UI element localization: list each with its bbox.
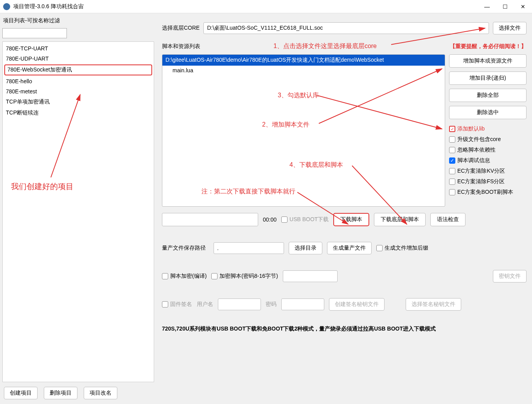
project-item[interactable]: 780E-hello — [3, 76, 154, 86]
usb-boot-label: USB BOOT下载 — [289, 216, 329, 223]
project-item[interactable]: 780E-metest — [3, 86, 154, 97]
project-item[interactable]: 780E-TCP-UART — [3, 43, 154, 54]
tree-root-path[interactable]: D:\gitee\LuatOS-Air780E\demo\Air780E的Lua… — [162, 55, 445, 66]
window-title: 项目管理-3.0.6 降功耗找合宙 — [13, 3, 478, 10]
minimize-button[interactable]: — — [478, 0, 496, 13]
mass-path-input[interactable] — [214, 242, 284, 254]
annotation-note2: 注：第二次下载直接下载脚本就行 — [201, 188, 295, 196]
sidebar-bottom-buttons: 创建项目 删除项目 项目改名 — [2, 382, 154, 400]
choose-sign-key-button[interactable]: 选择签名秘钥文件 — [406, 298, 461, 311]
annotation-3: 3、勾选默认库 — [278, 91, 319, 100]
delete-selected-button[interactable]: 删除选中 — [449, 106, 527, 119]
delete-project-button[interactable]: 删除项目 — [44, 387, 77, 399]
encrypt-pwd-checkbox[interactable] — [211, 273, 217, 279]
upgrade-core-checkbox[interactable] — [449, 136, 455, 143]
add-default-lib-checkbox[interactable] — [449, 126, 455, 132]
side-button-column: 增加脚本或资源文件 增加目录(递归) 删除全部 删除选中 添加默认lib 升级文… — [449, 54, 527, 207]
password-input[interactable] — [281, 299, 324, 310]
core-path-input[interactable] — [203, 22, 489, 34]
ignore-dep-checkbox[interactable] — [449, 147, 455, 153]
create-sign-key-button[interactable]: 创建签名秘钥文件 — [329, 298, 385, 311]
add-dir-button[interactable]: 增加目录(递归) — [449, 72, 527, 85]
important-reminder: 【重要提醒，务必仔细阅读！】 — [450, 43, 527, 50]
mass-path-label: 量产文件保存路径 — [162, 245, 209, 252]
script-list-label: 脚本和资源列表 — [162, 43, 200, 50]
sidebar-header: 项目列表-可按名称过滤 — [2, 16, 154, 28]
project-item[interactable]: 780E-UDP-UART — [3, 54, 154, 64]
create-project-button[interactable]: 创建项目 — [4, 387, 38, 399]
titlebar: 项目管理-3.0.6 降功耗找合宙 — ☐ ✕ — [0, 0, 532, 13]
progress-bar — [162, 213, 258, 226]
ec-fs-label: EC方案清除FS分区 — [457, 178, 505, 185]
rename-project-button[interactable]: 项目改名 — [84, 387, 117, 399]
username-label: 用户名 — [197, 301, 213, 308]
ec-kv-checkbox[interactable] — [449, 168, 455, 174]
ec-boot-label: EC方案免BOOT刷脚本 — [457, 189, 513, 196]
script-tree[interactable]: D:\gitee\LuatOS-Air780E\demo\Air780E的Lua… — [162, 54, 445, 207]
tree-file-item[interactable]: main.lua — [162, 66, 445, 75]
debug-info-checkbox[interactable]: ✓ — [449, 157, 455, 164]
delete-all-button[interactable]: 删除全部 — [449, 89, 527, 102]
encrypt-compile-checkbox[interactable] — [162, 273, 168, 279]
project-item[interactable]: TCP单项加密通讯 — [3, 97, 154, 107]
syntax-check-button[interactable]: 语法检查 — [430, 213, 466, 226]
gen-mass-file-button[interactable]: 生成量产文件 — [327, 242, 372, 254]
add-script-button[interactable]: 增加脚本或资源文件 — [449, 54, 527, 68]
ec-kv-label: EC方案清除KV分区 — [457, 168, 505, 175]
encrypt-pwd-label: 加密脚本(密码8-16字节) — [219, 273, 278, 280]
encrypt-pwd-input[interactable] — [283, 270, 338, 282]
project-filter-input[interactable] — [2, 28, 67, 38]
project-item-selected[interactable]: 780E-WebSocket加密通讯 — [4, 64, 152, 75]
project-item[interactable]: TCP断链续连 — [3, 107, 154, 118]
maximize-button[interactable]: ☐ — [496, 0, 514, 13]
encrypt-compile-label: 脚本加密(编译) — [170, 273, 207, 280]
add-default-lib-label: 添加默认lib — [457, 125, 485, 132]
ignore-dep-label: 忽略脚本依赖性 — [457, 147, 496, 154]
content-area: 选择底层CORE 选择文件 脚本和资源列表 1、点击选择文件这里选择最底层cor… — [156, 13, 532, 404]
ec-boot-checkbox[interactable] — [449, 189, 455, 195]
ec-fs-checkbox[interactable] — [449, 179, 455, 185]
username-input[interactable] — [218, 299, 261, 310]
annotation-created-project: 我们创建好的项目 — [11, 181, 74, 192]
timer-display: 00:00 — [263, 216, 277, 223]
upgrade-core-label: 升级文件包含core — [457, 136, 501, 143]
sidebar: 项目列表-可按名称过滤 780E-TCP-UART 780E-UDP-UART … — [0, 13, 156, 404]
annotation-4: 4、下载底层和脚本 — [289, 161, 343, 169]
fw-sign-checkbox[interactable] — [162, 301, 168, 307]
window-buttons: — ☐ ✕ — [478, 0, 532, 13]
download-core-script-button[interactable]: 下载底层和脚本 — [374, 213, 426, 226]
download-script-button[interactable]: 下载脚本 — [333, 213, 369, 226]
gen-suffix-checkbox[interactable] — [376, 245, 383, 251]
annotation-2: 2、增加脚本文件 — [262, 121, 309, 129]
password-label: 密码 — [266, 301, 277, 308]
fw-sign-label: 固件签名 — [170, 301, 192, 308]
choose-file-button[interactable]: 选择文件 — [493, 22, 527, 34]
annotation-1: 1、点击选择文件这里选择最底层core — [273, 42, 377, 50]
gen-suffix-label: 生成文件增加后缀 — [385, 245, 428, 252]
core-label: 选择底层CORE — [162, 25, 200, 32]
debug-info-label: 脚本调试信息 — [457, 157, 490, 164]
choose-dir-button[interactable]: 选择目录 — [289, 242, 322, 254]
project-list: 780E-TCP-UART 780E-UDP-UART 780E-WebSock… — [2, 41, 154, 382]
app-icon — [3, 3, 10, 10]
close-button[interactable]: ✕ — [514, 0, 532, 13]
footer-note: 720S,720U系列模块有USB BOOT下载和免BOOT下载2种模式，量产烧… — [162, 325, 527, 332]
usb-boot-checkbox[interactable] — [281, 216, 288, 223]
key-file-button[interactable]: 密钥文件 — [493, 270, 527, 282]
